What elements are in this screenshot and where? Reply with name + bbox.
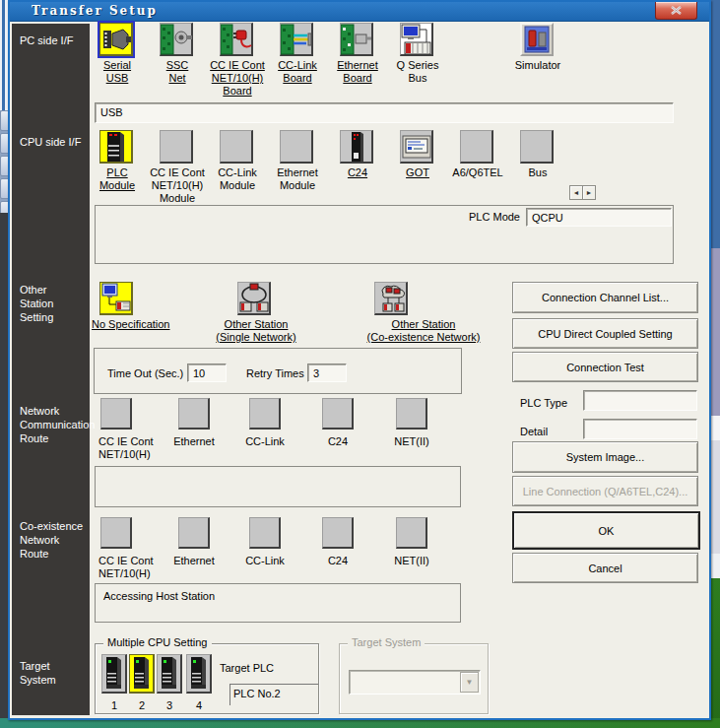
- cc-link-module-icon[interactable]: [220, 130, 253, 164]
- no-specification-icon[interactable]: [99, 282, 133, 315]
- cpu3-icon[interactable]: [157, 654, 182, 694]
- cpu2-icon-selected[interactable]: [129, 654, 155, 694]
- combo-dropdown-button[interactable]: ▼: [460, 672, 479, 693]
- desktop-strip-lavender: [711, 248, 720, 416]
- plc-mode-label: PLC Mode: [424, 211, 520, 223]
- net-route-ethernet-icon[interactable]: [178, 398, 210, 430]
- chevron-down-icon: ▼: [466, 678, 474, 687]
- simulator-icon[interactable]: [520, 23, 554, 56]
- cpu-direct-coupled-button[interactable]: CPU Direct Coupled Setting: [512, 318, 698, 349]
- desktop-grass-right: [711, 578, 720, 728]
- coex-route-netii-icon[interactable]: [396, 517, 427, 549]
- detail-value-field: [583, 419, 697, 439]
- close-icon: [671, 6, 682, 15]
- screen: { "window": { "title": "Transfer Setup" …: [0, 0, 720, 728]
- coex-route-label-cc-link: CC-Link: [226, 555, 304, 567]
- coex-route-label-ethernet: Ethernet: [155, 555, 233, 567]
- pc-interface-value-field[interactable]: USB: [95, 102, 674, 123]
- title-bar[interactable]: Transfer Setup: [10, 2, 709, 22]
- q-series-bus-icon[interactable]: [400, 23, 433, 56]
- coex-route-cc-link-icon[interactable]: [249, 517, 281, 549]
- arrow-right-icon: ►: [586, 189, 593, 196]
- coexistence-route-section-label: Co-existence Network Route: [20, 519, 83, 561]
- c24-glyph: [341, 131, 372, 163]
- host-station-text: Accessing Host Station: [103, 590, 215, 602]
- no-specification-glyph: [100, 283, 132, 314]
- ethernet-board-icon[interactable]: [340, 23, 373, 56]
- plc-type-value-field: [583, 390, 697, 411]
- line-connection-button[interactable]: Line Connection (Q/A6TEL,C24)...: [512, 476, 698, 506]
- cc-ie-module-icon[interactable]: [160, 130, 193, 164]
- scroll-right-button[interactable]: ►: [582, 185, 596, 200]
- other-station-coexistence-glyph: [375, 283, 407, 314]
- net-route-cc-link-icon[interactable]: [249, 398, 281, 430]
- pc-option-label-q-series-bus[interactable]: Q Series Bus: [380, 59, 455, 85]
- arrow-left-icon: ◄: [573, 189, 580, 196]
- other-station-coexistence-icon[interactable]: [374, 282, 408, 315]
- coex-route-label-netii: NET(II): [372, 555, 451, 567]
- coex-route-cc-ie-icon[interactable]: [100, 517, 132, 549]
- ssc-net-icon[interactable]: [160, 23, 193, 56]
- cc-link-board-icon[interactable]: [280, 23, 313, 56]
- desktop-strip-grey: [711, 440, 720, 554]
- other-station-label-single-network[interactable]: Other Station (Single Network): [187, 318, 325, 344]
- cpu3-glyph: [158, 655, 181, 693]
- network-route-section-label: Network Communication Route: [20, 404, 95, 445]
- desktop-strip-white: [711, 416, 720, 440]
- retry-times-input[interactable]: 3: [307, 364, 347, 382]
- simulator-glyph: [522, 25, 552, 54]
- cpu2-glyph: [130, 655, 154, 693]
- scroll-left-button[interactable]: ◄: [569, 185, 583, 200]
- cpu-option-label-bus[interactable]: Bus: [500, 166, 575, 179]
- c24-icon[interactable]: [340, 130, 373, 164]
- coex-route-ethernet-icon[interactable]: [178, 517, 210, 549]
- cpu2-number: 2: [136, 699, 148, 711]
- a6-q6tel-icon[interactable]: [460, 130, 493, 164]
- sidebar-band: PC side I/F CPU side I/F Other Station S…: [12, 24, 90, 715]
- coex-route-c24-icon[interactable]: [322, 517, 354, 549]
- other-station-label-no-specification[interactable]: No Specification: [92, 318, 190, 331]
- timeout-input[interactable]: 10: [187, 364, 227, 382]
- cpu4-icon[interactable]: [186, 654, 212, 694]
- ok-button[interactable]: OK: [512, 511, 700, 550]
- cpu-side-section-label: CPU side I/F: [20, 135, 81, 149]
- other-station-single-glyph: [238, 283, 270, 314]
- ssc-net-glyph: [161, 24, 192, 55]
- cc-link-board-glyph: [281, 24, 312, 55]
- target-plc-value-field: PLC No.2: [229, 684, 318, 705]
- plc-type-label: PLC Type: [520, 397, 567, 409]
- plc-module-icon[interactable]: [99, 130, 133, 164]
- net-route-label-ethernet: Ethernet: [155, 435, 233, 448]
- window-title: Transfer Setup: [32, 4, 158, 18]
- multiple-cpu-legend: Multiple CPU Setting: [103, 636, 212, 648]
- other-station-single-icon[interactable]: [237, 282, 271, 315]
- plc-mode-value-field: QCPU: [526, 208, 672, 227]
- target-system-combo[interactable]: ▼: [349, 670, 481, 695]
- net-route-netii-icon[interactable]: [396, 398, 427, 430]
- cancel-button[interactable]: Cancel: [512, 553, 698, 583]
- got-glyph: [401, 131, 432, 163]
- got-icon[interactable]: [400, 130, 433, 164]
- cpu1-icon[interactable]: [101, 654, 127, 694]
- net-route-c24-icon[interactable]: [322, 398, 354, 430]
- ethernet-board-glyph: [341, 24, 372, 55]
- network-route-description-box: [95, 466, 461, 507]
- target-system-group: Target System ▼: [339, 643, 489, 714]
- serial-usb-icon[interactable]: [99, 23, 133, 56]
- other-station-label-coexistence-network[interactable]: Other Station (Co-existence Network): [345, 318, 502, 344]
- serial-usb-glyph: [100, 24, 132, 55]
- retry-times-label: Retry Times: [246, 367, 304, 379]
- pc-option-label-simulator[interactable]: Simulator: [500, 59, 575, 72]
- net-route-cc-ie-icon[interactable]: [100, 398, 132, 430]
- connection-test-button[interactable]: Connection Test: [512, 352, 698, 382]
- q-series-bus-glyph: [401, 24, 432, 55]
- desktop-strip-top: [711, 0, 720, 248]
- connection-channel-list-button[interactable]: Connection Channel List...: [512, 282, 698, 313]
- ethernet-module-icon[interactable]: [280, 130, 313, 164]
- system-image-button[interactable]: System Image...: [512, 441, 698, 473]
- cpu3-number: 3: [164, 699, 175, 711]
- close-button[interactable]: [655, 2, 697, 20]
- bus-icon[interactable]: [520, 130, 554, 164]
- cc-ie-board-icon[interactable]: [220, 23, 253, 56]
- transfer-setup-dialog: Transfer Setup PC side I/F CPU side I/F …: [8, 0, 711, 720]
